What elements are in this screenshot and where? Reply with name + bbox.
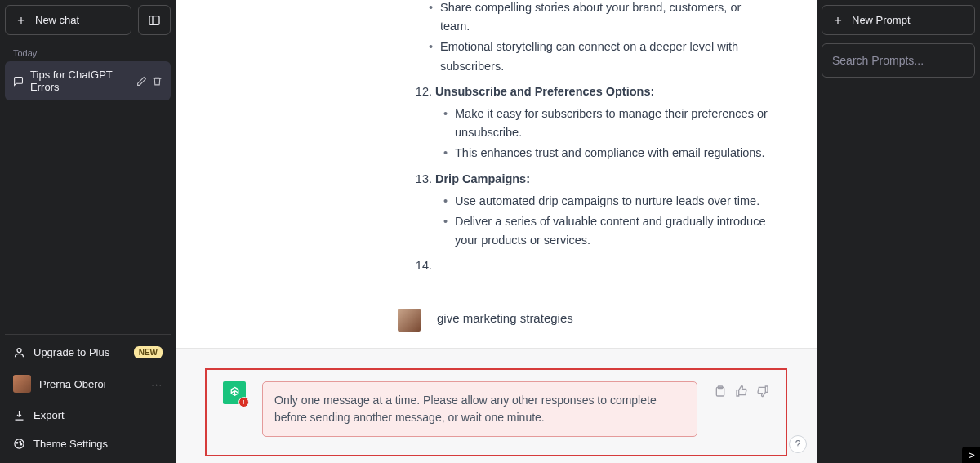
new-badge: NEW [134, 346, 163, 358]
assistant-avatar: ! [223, 381, 246, 404]
plus-icon [832, 15, 844, 26]
section-today: Today [5, 42, 171, 61]
more-icon[interactable]: ··· [151, 378, 163, 390]
list-item: Unsubscribe and Preferences Options:Make… [435, 82, 768, 163]
clipboard-icon[interactable] [714, 385, 727, 398]
download-icon [13, 409, 25, 421]
svg-point-3 [16, 443, 18, 444]
new-chat-label: New chat [35, 14, 79, 26]
search-prompts-input[interactable] [822, 43, 975, 78]
help-button[interactable]: ? [789, 435, 807, 453]
export-label: Export [33, 409, 65, 421]
edit-icon[interactable] [136, 76, 147, 87]
list-bullet: Deliver a series of valuable content and… [447, 212, 768, 250]
terminal-chip[interactable]: > [962, 447, 980, 463]
new-prompt-label: New Prompt [852, 14, 911, 26]
plus-icon [16, 15, 27, 26]
list-bullet: Make it easy for subscribers to manage t… [447, 105, 768, 142]
svg-point-1 [17, 349, 21, 353]
export-button[interactable]: Export [5, 401, 171, 430]
main-panel: Share compelling stories about your bran… [176, 0, 817, 463]
list-bullet: Use automated drip campaigns to nurture … [447, 192, 768, 211]
svg-point-5 [20, 443, 22, 445]
list-bullet: This enhances trust and compliance with … [447, 144, 768, 162]
thumbs-down-icon[interactable] [756, 385, 769, 398]
new-prompt-button[interactable]: New Prompt [822, 5, 975, 35]
chat-item[interactable]: Tips for ChatGPT Errors [5, 61, 171, 100]
chat-item-label: Tips for ChatGPT Errors [30, 69, 130, 93]
upgrade-button[interactable]: Upgrade to Plus NEW [5, 338, 171, 367]
list-item [435, 256, 768, 275]
chat-icon [13, 75, 24, 87]
error-badge-icon: ! [238, 397, 249, 407]
user-name: Prerna Oberoi [39, 378, 106, 390]
user-avatar [398, 309, 421, 332]
list-item: Share compelling stories about your bran… [421, 0, 768, 76]
theme-label: Theme Settings [33, 438, 108, 450]
theme-button[interactable]: Theme Settings [5, 430, 171, 458]
list-item-title: Unsubscribe and Preferences Options: [435, 85, 654, 98]
svg-rect-0 [149, 16, 159, 24]
panel-icon [148, 14, 161, 27]
user-message-row: give marketing strategies [176, 292, 817, 348]
palette-icon [13, 438, 25, 450]
avatar [13, 375, 31, 393]
error-section: ! Only one message at a time. Please all… [176, 348, 817, 463]
error-message-box: Only one message at a time. Please allow… [262, 381, 697, 437]
right-sidebar: New Prompt > [817, 0, 980, 463]
list-bullet: Share compelling stories about your bran… [432, 0, 768, 36]
list-item-title: Drip Campaigns: [435, 172, 530, 185]
collapse-sidebar-button[interactable] [138, 5, 171, 35]
list-item: Drip Campaigns:Use automated drip campai… [435, 170, 768, 251]
thumbs-up-icon[interactable] [735, 385, 748, 398]
assistant-message: Share compelling stories about your bran… [176, 0, 817, 292]
trash-icon[interactable] [152, 76, 163, 87]
user-message-text: give marketing strategies [437, 309, 573, 332]
user-icon [13, 346, 25, 358]
error-highlight: ! Only one message at a time. Please all… [205, 368, 787, 456]
upgrade-label: Upgrade to Plus [33, 346, 109, 358]
list-bullet: Emotional storytelling can connect on a … [432, 38, 768, 75]
svg-point-2 [15, 439, 24, 448]
svg-point-4 [20, 441, 21, 443]
left-sidebar: New chat Today Tips for ChatGPT Errors U… [0, 0, 176, 463]
new-chat-button[interactable]: New chat [5, 5, 131, 35]
user-menu[interactable]: Prerna Oberoi ··· [5, 367, 171, 401]
